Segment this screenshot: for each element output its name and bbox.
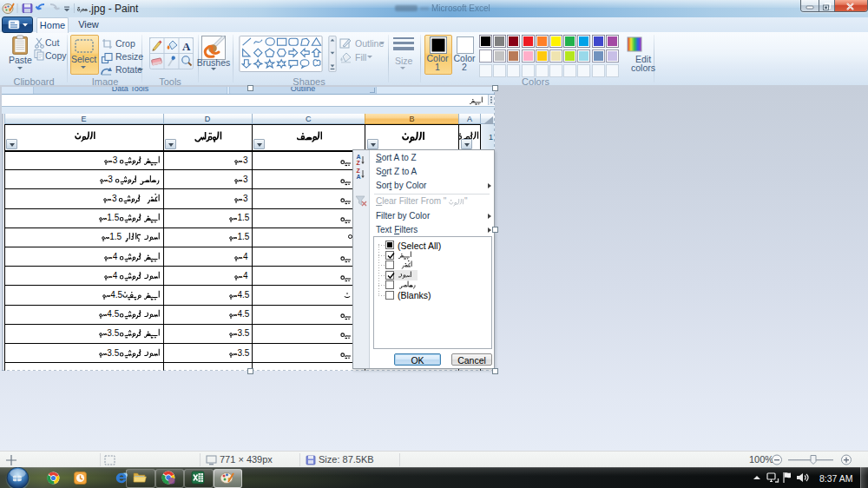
svg-text:A: A: [182, 40, 191, 53]
